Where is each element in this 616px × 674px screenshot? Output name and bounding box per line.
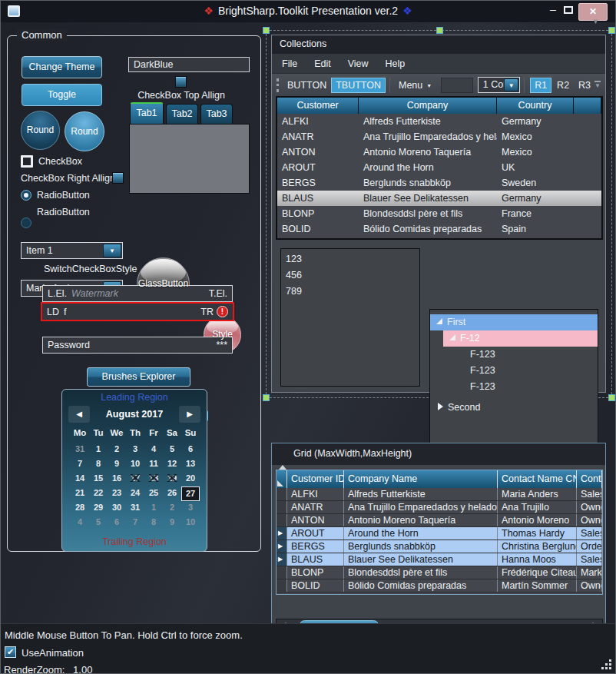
calendar-day[interactable]: 6: [108, 516, 126, 530]
calendar-day[interactable]: 23: [108, 486, 126, 501]
tree-item[interactable]: F-123: [430, 363, 598, 379]
tree-collapsed-icon[interactable]: [438, 403, 443, 410]
calendar-day[interactable]: 12: [163, 457, 181, 472]
toolbar-radio-r1[interactable]: R1: [530, 78, 551, 93]
calendar-day[interactable]: 3: [181, 501, 200, 516]
calendar-day[interactable]: 3: [126, 443, 144, 457]
calendar-day[interactable]: 24: [126, 486, 144, 501]
menu-help[interactable]: Help: [377, 56, 414, 71]
round-button-light[interactable]: Round: [65, 111, 104, 151]
table-row-selected[interactable]: BLAUSBlauer See DelikatessenGermany: [277, 191, 601, 206]
calendar-day[interactable]: 8: [144, 516, 163, 530]
table-row[interactable]: ALFKIAlfreds FutterkisteMaria AndersSale…: [277, 488, 602, 501]
table-row[interactable]: ALFKIAlfreds FutterkisteGermany: [277, 114, 601, 129]
table-row[interactable]: BOLIDBólido Comidas preparadasSpain: [277, 221, 601, 237]
use-animation-checkbox[interactable]: ✔: [5, 646, 16, 658]
tree-item-second[interactable]: Second: [430, 400, 598, 416]
resize-handle[interactable]: [608, 27, 615, 34]
column-header-company-name[interactable]: Company Name: [344, 470, 498, 488]
chevron-down-icon[interactable]: ▼: [103, 244, 121, 257]
watermark-input[interactable]: L.El. Watermark T.El.: [42, 285, 233, 302]
calendar-day[interactable]: 31: [71, 443, 89, 457]
toggle-button[interactable]: Toggle: [22, 84, 102, 106]
row-header[interactable]: [277, 566, 287, 579]
table-row[interactable]: BERGSBerglunds snabbköpSweden: [277, 175, 601, 191]
table-row[interactable]: BLONPBlondesddsl père et filsFrédérique …: [277, 566, 602, 579]
column-header-contact-title[interactable]: Conta: [577, 470, 602, 488]
validation-error-input[interactable]: LD f TR !: [41, 302, 234, 321]
calendar-day[interactable]: 10: [126, 457, 144, 472]
toolbar-button[interactable]: BUTTON: [283, 78, 331, 93]
calendar-day[interactable]: 14: [71, 472, 89, 486]
row-header-arrow-icon[interactable]: ▶: [277, 540, 287, 553]
table-row[interactable]: ANATRAna Trujillo Emparedados y helaMexi…: [277, 129, 601, 144]
calendar-day-today[interactable]: 27: [181, 486, 200, 501]
tree-item-f12[interactable]: F-12: [443, 330, 598, 347]
calendar-day[interactable]: 2: [163, 501, 181, 516]
calendar-day[interactable]: 29: [89, 501, 108, 516]
calendar-day[interactable]: 4: [71, 516, 89, 530]
column-header-customer[interactable]: Customer: [277, 98, 359, 114]
calendar-day[interactable]: 1: [89, 443, 108, 457]
tree-expanded-icon[interactable]: [449, 334, 455, 340]
tab-tab3[interactable]: Tab3: [200, 104, 233, 124]
row-header[interactable]: [277, 501, 287, 513]
row-header[interactable]: [277, 488, 287, 500]
calendar-day[interactable]: 31: [126, 501, 144, 516]
column-header-contact-name[interactable]: Contact Name CN: [498, 470, 577, 488]
checkbox-top-align[interactable]: [175, 76, 187, 88]
calendar-day[interactable]: 7: [126, 516, 144, 530]
resize-handle[interactable]: [263, 27, 270, 34]
toolbar-grip-icon[interactable]: [277, 78, 279, 92]
calendar-next-button[interactable]: ▶: [179, 406, 200, 423]
table-row[interactable]: ANTONAntonio Moreno TaqueríaMexico: [277, 144, 601, 160]
list-item[interactable]: 456: [281, 267, 419, 284]
resize-handle[interactable]: [608, 394, 615, 401]
toolbar-textbox[interactable]: [441, 78, 473, 93]
row-header-arrow-icon[interactable]: ▶: [277, 553, 287, 566]
tab-tab1[interactable]: Tab1: [130, 102, 164, 124]
toolbar-toggle-button[interactable]: TBUTTON: [331, 78, 386, 93]
password-input[interactable]: Password ***: [42, 337, 233, 354]
table-row-selected[interactable]: ▶AROUTAround the HornThomas HardySales: [277, 527, 602, 540]
calendar-day[interactable]: 9: [163, 516, 181, 530]
menu-view[interactable]: View: [339, 56, 377, 71]
toolbar-radio-r2[interactable]: R2: [553, 78, 573, 92]
maximize-button[interactable]: [564, 6, 573, 14]
table-row-selected[interactable]: ▶BLAUSBlauer See DelikatessenHanna MoosS…: [277, 553, 602, 566]
calendar-day[interactable]: 6: [181, 443, 200, 457]
table-row[interactable]: ANATRAna Trujillo Emparedados y heladosA…: [277, 501, 602, 514]
calendar-day[interactable]: 13: [181, 457, 200, 472]
table-row[interactable]: AROUTAround the HornUK: [277, 160, 601, 175]
row-header[interactable]: [277, 579, 287, 592]
resize-handle[interactable]: [436, 27, 443, 34]
column-header-country[interactable]: Country: [497, 98, 574, 114]
table-row[interactable]: BOLIDBólido Comidas preparadasMartín Som…: [277, 579, 602, 593]
table-row-selected[interactable]: ▶BERGSBerglunds snabbköpChristina Berglu…: [277, 540, 602, 553]
calendar-day[interactable]: 25: [144, 486, 163, 501]
calendar-day[interactable]: 8: [89, 457, 108, 472]
checkbox-right-align[interactable]: [112, 172, 124, 184]
calendar-day[interactable]: 2: [108, 443, 126, 457]
checkbox[interactable]: [21, 155, 33, 168]
list-item[interactable]: 123: [281, 251, 419, 267]
grid-window-title-bar[interactable]: Grid (MaxWidth,MaxHeight): [272, 443, 605, 465]
calendar-day[interactable]: 4: [144, 443, 163, 457]
table-row[interactable]: ANTONAntonio Moreno TaqueríaAntonio More…: [277, 514, 602, 527]
toolbar-overflow-icon[interactable]: ▼: [594, 81, 601, 89]
toolbar-radio-r3[interactable]: R3: [575, 78, 594, 92]
collapse-icon[interactable]: [279, 450, 287, 470]
menu-edit[interactable]: Edit: [306, 56, 339, 71]
tree-item-first[interactable]: First: [430, 314, 598, 330]
calendar-day[interactable]: 9: [108, 457, 126, 472]
tree-item[interactable]: F-123: [430, 379, 598, 395]
calendar-day[interactable]: 1: [144, 501, 163, 516]
calendar-day[interactable]: 30: [108, 501, 126, 516]
calendar-day[interactable]: 28: [71, 501, 89, 516]
calendar-day[interactable]: 15: [89, 472, 108, 486]
row-header-arrow-icon[interactable]: ▶: [277, 527, 287, 540]
calendar-day[interactable]: 22: [89, 486, 108, 501]
radio-button-1[interactable]: [21, 190, 31, 201]
calendar-day[interactable]: 20: [181, 472, 200, 486]
theme-name-input[interactable]: DarkBlue: [128, 57, 250, 72]
